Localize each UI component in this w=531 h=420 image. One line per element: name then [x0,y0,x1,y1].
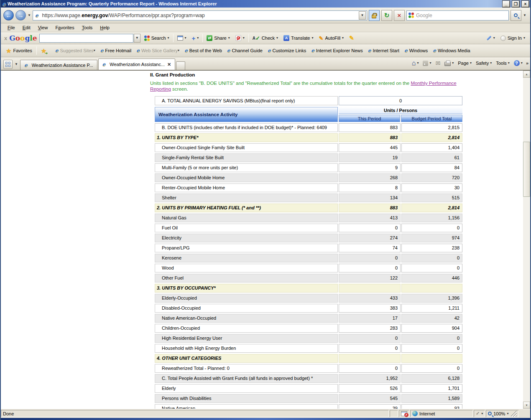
value-budget-period-total: 1,211 [401,304,462,313]
favorites-link[interactable]: eInternet Start [366,47,401,54]
value-budget-period-total: 720 [401,173,462,182]
vertical-scrollbar[interactable]: ▲ ▼ [523,71,530,409]
google-search-input[interactable] [39,34,133,43]
command-bar: ⌂▾ ▾ ✉ ▾ Page▾ Safety▾ Tools▾ ?▾ » [411,59,528,68]
favorites-button[interactable]: ★ Favorites [4,47,34,55]
scrollbar-thumb[interactable] [523,142,530,197]
favorites-link[interactable]: eInternet Explorer News [309,47,365,54]
favorites-link-label: Channel Guide [232,48,262,53]
table-row: Fuel Oil00 [155,224,462,232]
value-this-period: 0 [339,344,401,353]
tab-inactive[interactable]: e Weatherization Assistance P... [20,60,97,70]
new-tab-stub[interactable] [176,61,185,70]
inprivate-panel[interactable]: ✓▾ [474,410,485,417]
value-budget-period-total: 1,589 [401,394,462,403]
stop-icon: × [398,12,401,18]
feeds-button[interactable]: ▾ [422,59,432,67]
scroll-up-button[interactable]: ▲ [523,71,530,78]
value-this-period: 883 [339,123,401,132]
menu-item-file[interactable]: File [4,24,18,31]
google-search-button[interactable]: Search ▾ [143,35,171,42]
report-page: II. Grant Production Units listed in sec… [1,71,465,409]
value-this-period: 883 [339,133,401,142]
home-button[interactable]: ⌂▾ [411,59,420,68]
print-button[interactable]: ▾ [444,59,454,67]
favorites-link[interactable]: eWeb Slice Gallery ▾ [135,47,181,54]
menu-bar: FileEditViewFavoritesToolsHelp [1,23,530,32]
zoom-magnifier-icon [488,412,492,415]
google-search-caret-icon[interactable]: ▼ [134,34,140,43]
url-dropdown-button[interactable]: ▼ [359,11,366,20]
autofill-label: AutoFill [325,36,340,41]
highlighter-button[interactable]: ✎ [347,34,356,42]
security-zone-panel: Internet [410,410,473,417]
favorites-link[interactable]: eCustomize Links [266,47,308,54]
popup-blocker-button[interactable]: ▾ [176,35,188,41]
energy-savings-input[interactable]: 0 [339,96,462,105]
favorites-link[interactable]: eChannel Guide [225,47,264,54]
row-label: Persons with Disabilities [155,394,338,403]
security-lock-button[interactable] [369,10,380,21]
favorites-link[interactable]: eWindows [403,47,429,54]
table-row: Multi-Family (5 or more units per site)9… [155,163,462,172]
favorites-link[interactable]: eWindows Media [431,47,472,54]
minimize-button[interactable]: _ [503,1,510,7]
table-header: Weatherization Assistance Activity Units… [155,107,462,122]
search-go-button[interactable] [511,10,521,21]
menu-item-tools[interactable]: Tools [79,24,96,31]
search-options-caret-icon[interactable]: ▼ [523,14,526,17]
spellcheck-button[interactable]: A✓ Check▾ [251,34,280,42]
menu-item-favorites[interactable]: Favorites [52,24,77,31]
recent-pages-caret-icon[interactable]: ▼ [28,14,31,17]
zoom-panel[interactable]: 100% ▾ [486,410,519,417]
tab-list-caret-icon[interactable]: ▼ [13,60,19,69]
tab-close-icon[interactable]: ✕ [167,62,171,67]
toolbar-close-icon[interactable]: x [4,35,7,41]
autofill-button[interactable]: ✎ AutoFill▾ [317,34,346,42]
scroll-down-button[interactable]: ▼ [523,402,530,409]
menu-item-edit[interactable]: Edit [19,24,34,31]
quick-tabs-button[interactable] [3,60,13,69]
ie-icon: e [55,48,59,53]
favorites-bar: ★ Favorites ★ eSuggested Sites ▾eFree Ho… [1,44,530,57]
read-mail-button[interactable]: ✉ [434,59,441,67]
forward-button[interactable]: → [15,10,26,20]
toolbar-overflow-chevron[interactable]: » [526,61,528,66]
table-row: Other Fuel122446 [155,274,462,283]
menu-item-help[interactable]: Help [97,24,113,31]
section-row: 4. OTHER UNIT CATEGORIES [155,354,462,363]
ie-icon: e [227,48,230,53]
search-input[interactable]: Google [406,10,509,20]
help-button[interactable]: ?▾ [513,59,523,67]
resize-grip[interactable] [511,411,517,417]
add-to-favorites-button[interactable]: ★ [39,47,51,55]
add-gadget-button[interactable]: +▾ [190,34,201,43]
tools-menu-button[interactable]: Tools▾ [495,59,511,67]
sign-in-button[interactable]: Sign In▾ [499,35,527,42]
maximize-button[interactable]: ❐ [512,1,519,7]
close-button[interactable]: × [522,1,529,7]
url-field[interactable]: e https://www.page.energy.gov/WAP/Perfor… [33,10,367,20]
back-button[interactable]: ← [3,10,14,20]
tab-active[interactable]: e Weatherization Assistanc... ✕ [98,59,176,70]
blocked-content-button[interactable]: ▾ [234,34,246,42]
safety-menu-button[interactable]: Safety▾ [475,59,493,67]
column-header-group: Units / Persons This Period Budget Perio… [339,107,462,122]
magnifier-icon [514,13,518,17]
page-menu-button[interactable]: Page▾ [457,59,472,67]
share-button[interactable]: ⇄ Share▾ [205,34,231,42]
translate-button[interactable]: A Translate▾ [282,34,315,42]
favorites-link[interactable]: eBest of the Web [183,47,224,54]
favorites-link[interactable]: eFree Hotmail [99,47,133,54]
pencil-icon: ✎ [319,35,324,41]
favorites-link-label: Customize Links [273,48,306,53]
table-row: Children-Occupied283904 [155,324,462,333]
menu-item-view[interactable]: View [35,24,51,31]
toolbar-options-button[interactable]: ▾ [485,36,497,41]
stop-button[interactable]: × [394,10,405,21]
window-bottom-border [1,418,530,420]
favorites-link-label: Web Slice Gallery [141,48,178,53]
row-label: Reweatherized Total - Planned: 0 [155,364,338,373]
favorites-link[interactable]: eSuggested Sites ▾ [54,47,97,54]
refresh-button[interactable]: ↻ [381,10,392,21]
